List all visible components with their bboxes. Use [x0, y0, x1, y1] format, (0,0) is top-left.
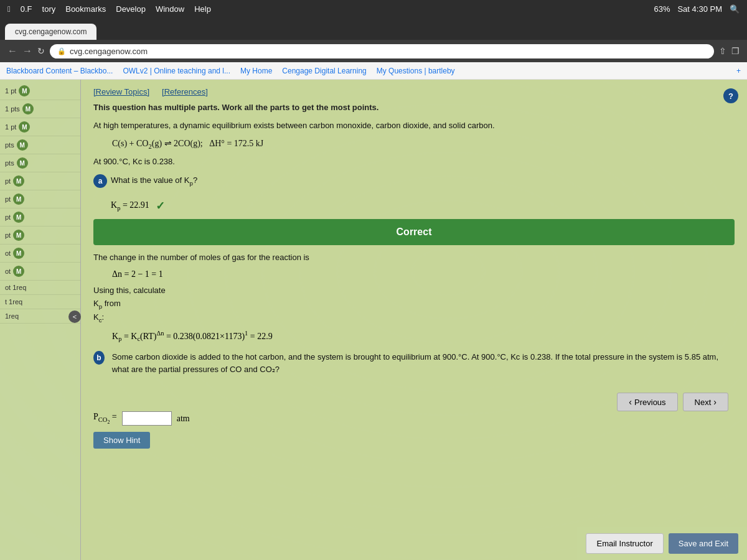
sidebar-badge-2: M	[22, 103, 34, 114]
sidebar-label-12: ot 1req	[5, 284, 26, 291]
part-b-text: Some carbon dioxide is added to the hot …	[112, 351, 735, 375]
sidebar-label-5: pts	[5, 159, 14, 167]
sidebar-item-3[interactable]: 1 pt M	[0, 118, 80, 136]
tab-bar: cvg.cengagenow.com	[0, 17, 747, 40]
os-menu-bar:  0.F tory Bookmarks Develop Window Help…	[0, 0, 747, 17]
part-a-question: What is the value of Kp?	[111, 174, 197, 188]
new-tab-icon[interactable]: ❐	[731, 46, 740, 56]
sidebar-item-9[interactable]: pt M	[0, 226, 80, 245]
show-hint-button[interactable]: Show Hint	[93, 432, 150, 449]
delta-n-equation: Δn = 2 − 1 = 1	[112, 269, 735, 279]
reload-button[interactable]: ↻	[37, 46, 45, 56]
sidebar-label-6: pt	[5, 177, 11, 185]
intro-text: At high temperatures, a dynamic equilibr…	[93, 119, 735, 132]
active-tab[interactable]: cvg.cengagenow.com	[5, 24, 96, 40]
bookmarks-bar: Blackboard Content – Blackbo... OWLv2 | …	[0, 62, 747, 80]
add-bookmark-icon[interactable]: +	[736, 67, 741, 75]
sidebar-label-7: pt	[5, 195, 11, 203]
bookmark-owlv2[interactable]: OWLv2 | Online teaching and l...	[123, 67, 230, 75]
menu-help[interactable]: Help	[194, 4, 211, 14]
sidebar-item-8[interactable]: pt M	[0, 208, 80, 226]
kp-calculation: Kp = Kc(RT)Δn = 0.238(0.0821×1173)1 = 22…	[112, 330, 735, 342]
url-text: cvg.cengagenow.com	[70, 47, 148, 56]
pco2-label: PCO2 =	[93, 412, 117, 425]
pco2-unit: atm	[177, 414, 190, 424]
clock: Sat 4:30 PM	[677, 4, 722, 14]
sidebar-badge-1: M	[19, 85, 30, 96]
sidebar-label-3: 1 pt	[5, 123, 16, 131]
sidebar-collapse-arrow[interactable]: <	[68, 310, 81, 323]
address-bar-row: ← → ↻ 🔒 cvg.cengagenow.com ⇧ ❐	[0, 40, 747, 62]
menu-bookmarks[interactable]: Bookmarks	[65, 4, 106, 14]
pco2-row: PCO2 = atm	[93, 411, 735, 426]
sidebar-label-2: 1 pts	[5, 105, 20, 113]
bookmark-blackboard[interactable]: Blackboard Content – Blackbo...	[6, 67, 113, 75]
menu-history[interactable]: tory	[42, 4, 56, 14]
lock-icon: 🔒	[57, 47, 66, 55]
bottom-action-bar: Email Instructor Save and Exit	[577, 527, 747, 560]
sidebar-badge-7: M	[13, 194, 24, 205]
bookmark-bartleby[interactable]: My Questions | bartleby	[377, 67, 455, 75]
sidebar: 1 pt M 1 pts M 1 pt M pts M pts M pt M p…	[0, 80, 81, 560]
reaction-equation: C(s) + CO2(g) ⇌ 2CO(g); ΔH° = 172.5 kJ	[112, 138, 735, 150]
app-name: 0.F	[21, 4, 32, 14]
sidebar-item-13[interactable]: t 1req	[0, 295, 80, 309]
bookmark-myhome[interactable]: My Home	[240, 67, 272, 75]
sidebar-label-10: ot	[5, 250, 11, 257]
save-exit-button[interactable]: Save and Exit	[669, 533, 738, 554]
part-a-label: a	[93, 174, 107, 188]
references-link[interactable]: [References]	[162, 87, 208, 96]
sidebar-label-1: 1 pt	[5, 87, 16, 95]
previous-label: Previous	[634, 398, 666, 407]
browser-chrome: cvg.cengagenow.com ← → ↻ 🔒 cvg.cengageno…	[0, 17, 747, 62]
review-topics-link[interactable]: [Review Topics]	[93, 87, 149, 96]
battery-indicator: 63%	[654, 4, 670, 14]
sidebar-item-7[interactable]: pt M	[0, 190, 80, 208]
share-icon[interactable]: ⇧	[719, 46, 726, 56]
collapse-icon[interactable]: <	[68, 310, 81, 323]
sidebar-badge-3: M	[19, 121, 30, 133]
forward-button[interactable]: →	[22, 45, 32, 57]
url-bar[interactable]: 🔒 cvg.cengagenow.com	[50, 44, 714, 58]
chevron-left-icon: ‹	[629, 397, 632, 407]
explanation-2: Using this, calculate Kp from Kc:	[93, 284, 735, 325]
pco2-input[interactable]	[122, 411, 172, 426]
menu-develop[interactable]: Develop	[116, 4, 146, 14]
nav-buttons: ‹ Previous Next ›	[93, 393, 735, 411]
next-button[interactable]: Next ›	[683, 393, 728, 411]
part-b-header: b Some carbon dioxide is added to the ho…	[93, 351, 735, 383]
sidebar-item-10[interactable]: ot M	[0, 245, 80, 263]
sidebar-item-12[interactable]: ot 1req	[0, 281, 80, 295]
sidebar-item-1[interactable]: 1 pt M	[0, 82, 80, 100]
sidebar-item-4[interactable]: pts M	[0, 136, 80, 154]
sidebar-label-8: pt	[5, 213, 11, 221]
previous-button[interactable]: ‹ Previous	[617, 393, 677, 411]
menu-window[interactable]: Window	[156, 4, 184, 14]
explanation-1: The change in the number of moles of gas…	[93, 251, 735, 264]
sidebar-item-2[interactable]: 1 pts M	[0, 100, 80, 118]
question-content: ? [Review Topics] [References] This ques…	[81, 80, 747, 560]
sidebar-item-5[interactable]: pts M	[0, 154, 80, 172]
review-refs-bar: [Review Topics] [References]	[93, 87, 735, 96]
part-a-section: a What is the value of Kp?	[93, 174, 735, 194]
part-b-section: b Some carbon dioxide is added to the ho…	[93, 351, 735, 449]
email-instructor-button[interactable]: Email Instructor	[586, 533, 663, 554]
sidebar-badge-8: M	[13, 212, 24, 223]
search-icon[interactable]: 🔍	[730, 4, 740, 14]
help-button[interactable]: ?	[723, 88, 738, 103]
chevron-right-icon: ›	[713, 397, 716, 407]
part-b-label: b	[93, 351, 105, 365]
os-menu-left:  0.F tory Bookmarks Develop Window Help	[7, 4, 211, 14]
bookmark-cengage[interactable]: Cengage Digital Learning	[282, 67, 366, 75]
kp-answer-row: Kp = 22.91 ✓	[111, 199, 735, 213]
sidebar-item-6[interactable]: pt M	[0, 172, 80, 190]
kp-value: Kp = 22.91	[111, 200, 149, 212]
kc-text: At 900.°C, Kc is 0.238.	[93, 156, 735, 168]
apple-menu[interactable]: 	[7, 4, 11, 14]
sidebar-badge-5: M	[17, 157, 28, 169]
sidebar-item-11[interactable]: ot M	[0, 263, 80, 281]
sidebar-label-14: 1req	[5, 312, 19, 320]
sidebar-badge-6: M	[13, 175, 24, 187]
correct-banner: Correct	[93, 219, 735, 245]
back-button[interactable]: ←	[7, 45, 17, 57]
